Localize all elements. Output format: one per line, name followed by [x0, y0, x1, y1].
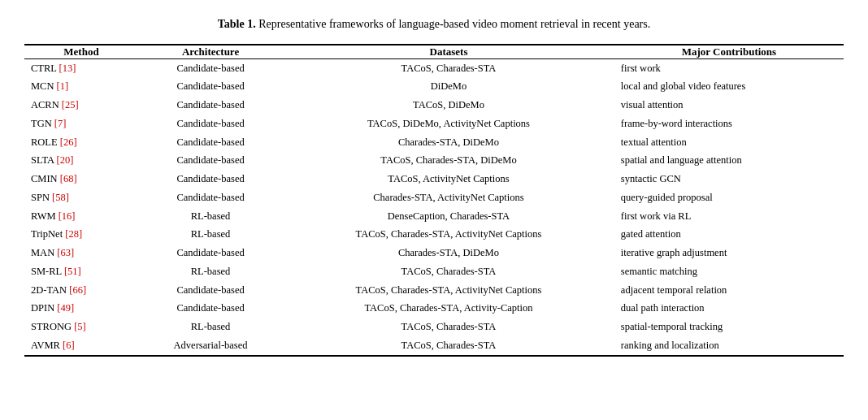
cell-architecture: RL-based	[138, 207, 283, 226]
cell-architecture: Candidate-based	[138, 281, 283, 300]
ref-link: [1]	[57, 80, 69, 92]
ref-link: [20]	[57, 154, 74, 166]
table-label: Table 1.	[218, 18, 256, 30]
cell-architecture: Candidate-based	[138, 96, 283, 115]
table-row: MCN [1]Candidate-basedDiDeMolocal and gl…	[24, 77, 844, 96]
ref-link: [51]	[64, 266, 81, 277]
cell-datasets: TACoS, Charades-STA, ActivityNet Caption…	[283, 281, 614, 300]
table-row: SPN [58]Candidate-basedCharades-STA, Act…	[24, 188, 844, 207]
ref-link: [49]	[57, 302, 74, 314]
cell-method: 2D-TAN [66]	[24, 281, 138, 300]
cell-datasets: TACoS, DiDeMo, ActivityNet Captions	[283, 115, 614, 133]
cell-datasets: TACoS, Charades-STA, ActivityNet Caption…	[283, 225, 614, 244]
table-row: AVMR [6]Adversarial-basedTACoS, Charades…	[24, 336, 844, 356]
cell-method: STRONG [5]	[24, 318, 138, 336]
ref-link: [66]	[69, 284, 86, 296]
table-row: CMIN [68]Candidate-basedTACoS, ActivityN…	[24, 170, 844, 188]
table-row: ROLE [26]Candidate-basedCharades-STA, Di…	[24, 133, 844, 152]
cell-contributions: first work	[614, 58, 844, 77]
cell-contributions: syntactic GCN	[614, 170, 844, 188]
ref-link: [28]	[65, 228, 82, 240]
cell-datasets: TACoS, Charades-STA, DiDeMo	[283, 151, 614, 170]
table-caption: Table 1. Representative frameworks of la…	[218, 16, 650, 32]
ref-link: [26]	[60, 136, 77, 148]
table-row: ACRN [25]Candidate-basedTACoS, DiDeMovis…	[24, 96, 844, 115]
ref-link: [25]	[62, 99, 79, 110]
cell-contributions: ranking and localization	[614, 336, 844, 356]
table-row: 2D-TAN [66]Candidate-basedTACoS, Charade…	[24, 281, 844, 300]
cell-method: SPN [58]	[24, 188, 138, 207]
cell-method: ROLE [26]	[24, 133, 138, 152]
cell-datasets: Charades-STA, DiDeMo	[283, 133, 614, 152]
cell-contributions: gated attention	[614, 225, 844, 244]
table-row: TGN [7]Candidate-basedTACoS, DiDeMo, Act…	[24, 115, 844, 133]
col-header-method: Method	[24, 45, 138, 59]
cell-architecture: Candidate-based	[138, 77, 283, 96]
col-header-architecture: Architecture	[138, 45, 283, 59]
table-header-row: Method Architecture Datasets Major Contr…	[24, 45, 844, 59]
cell-architecture: RL-based	[138, 262, 283, 281]
table-row: SM-RL [51]RL-basedTACoS, Charades-STAsem…	[24, 262, 844, 281]
cell-architecture: Candidate-based	[138, 133, 283, 152]
cell-contributions: dual path interaction	[614, 299, 844, 318]
cell-datasets: Charades-STA, ActivityNet Captions	[283, 188, 614, 207]
cell-architecture: RL-based	[138, 225, 283, 244]
cell-method: TGN [7]	[24, 115, 138, 133]
ref-link: [63]	[57, 247, 74, 258]
cell-datasets: DiDeMo	[283, 77, 614, 96]
cell-datasets: TACoS, ActivityNet Captions	[283, 170, 614, 188]
ref-link: [5]	[74, 321, 86, 332]
cell-method: MCN [1]	[24, 77, 138, 96]
col-header-contributions: Major Contributions	[614, 45, 844, 59]
cell-architecture: Candidate-based	[138, 188, 283, 207]
ref-link: [58]	[52, 192, 69, 203]
cell-method: RWM [16]	[24, 207, 138, 226]
table-row: DPIN [49]Candidate-basedTACoS, Charades-…	[24, 299, 844, 318]
cell-datasets: TACoS, Charades-STA, Activity-Caption	[283, 299, 614, 318]
cell-datasets: TACoS, DiDeMo	[283, 96, 614, 115]
cell-architecture: Candidate-based	[138, 170, 283, 188]
cell-architecture: Candidate-based	[138, 115, 283, 133]
main-table: Method Architecture Datasets Major Contr…	[24, 44, 844, 357]
ref-link: [16]	[59, 210, 76, 222]
cell-architecture: Candidate-based	[138, 58, 283, 77]
cell-datasets: TACoS, Charades-STA	[283, 262, 614, 281]
cell-datasets: TACoS, Charades-STA	[283, 318, 614, 336]
cell-architecture: RL-based	[138, 318, 283, 336]
cell-contributions: iterative graph adjustment	[614, 244, 844, 262]
table-row: CTRL [13]Candidate-basedTACoS, Charades-…	[24, 58, 844, 77]
cell-contributions: spatial-temporal tracking	[614, 318, 844, 336]
cell-method: CTRL [13]	[24, 58, 138, 77]
caption-text: Representative frameworks of language-ba…	[256, 18, 651, 30]
cell-datasets: Charades-STA, DiDeMo	[283, 244, 614, 262]
cell-method: SM-RL [51]	[24, 262, 138, 281]
cell-contributions: adjacent temporal relation	[614, 281, 844, 300]
cell-architecture: Candidate-based	[138, 244, 283, 262]
cell-method: SLTA [20]	[24, 151, 138, 170]
cell-contributions: spatial and language attention	[614, 151, 844, 170]
cell-contributions: local and global video features	[614, 77, 844, 96]
cell-method: ACRN [25]	[24, 96, 138, 115]
ref-link: [6]	[63, 340, 75, 351]
table-row: SLTA [20]Candidate-basedTACoS, Charades-…	[24, 151, 844, 170]
cell-method: DPIN [49]	[24, 299, 138, 318]
cell-datasets: TACoS, Charades-STA	[283, 58, 614, 77]
table-row: STRONG [5]RL-basedTACoS, Charades-STAspa…	[24, 318, 844, 336]
cell-method: CMIN [68]	[24, 170, 138, 188]
cell-architecture: Adversarial-based	[138, 336, 283, 356]
cell-contributions: textual attention	[614, 133, 844, 152]
cell-architecture: Candidate-based	[138, 299, 283, 318]
table-row: MAN [63]Candidate-basedCharades-STA, DiD…	[24, 244, 844, 262]
table-row: RWM [16]RL-basedDenseCaption, Charades-S…	[24, 207, 844, 226]
ref-link: [7]	[54, 118, 67, 129]
cell-method: AVMR [6]	[24, 336, 138, 356]
cell-method: MAN [63]	[24, 244, 138, 262]
ref-link: [13]	[59, 63, 76, 74]
table-row: TripNet [28]RL-basedTACoS, Charades-STA,…	[24, 225, 844, 244]
cell-contributions: frame-by-word interactions	[614, 115, 844, 133]
cell-architecture: Candidate-based	[138, 151, 283, 170]
ref-link: [68]	[60, 173, 77, 184]
col-header-datasets: Datasets	[283, 45, 614, 59]
cell-method: TripNet [28]	[24, 225, 138, 244]
cell-contributions: query-guided proposal	[614, 188, 844, 207]
